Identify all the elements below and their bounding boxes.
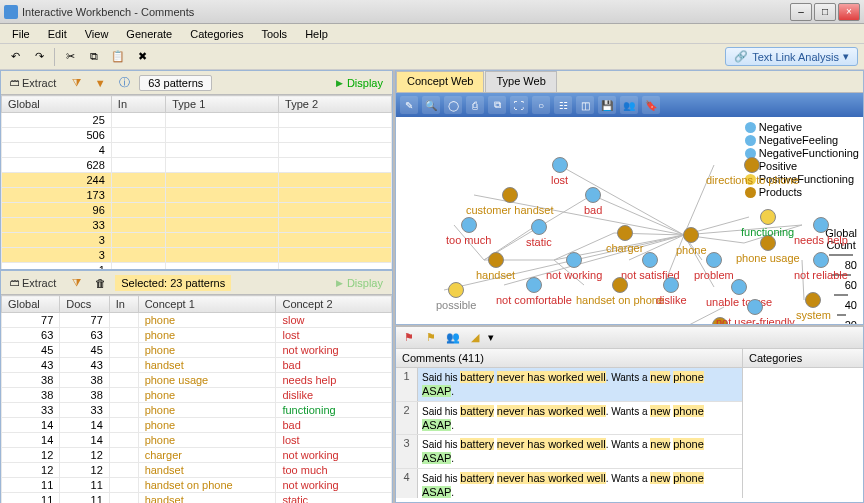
node-charger[interactable]: charger <box>606 225 643 254</box>
menu-generate[interactable]: Generate <box>118 26 180 42</box>
undo-icon[interactable]: ↶ <box>6 48 24 66</box>
node-custhand[interactable]: customer handset <box>466 187 553 216</box>
tab-concept-web[interactable]: Concept Web <box>396 71 484 92</box>
display-button[interactable]: Display <box>331 76 388 90</box>
filter-icon[interactable]: ⧩ <box>67 274 85 292</box>
redo-icon[interactable]: ↷ <box>30 48 48 66</box>
table-row[interactable]: 3838phonedislike <box>2 388 392 403</box>
node-lost[interactable]: lost <box>551 157 568 186</box>
layout1-icon[interactable]: ○ <box>532 96 550 114</box>
node-static[interactable]: static <box>526 219 552 248</box>
table-row[interactable]: 1414phonebad <box>2 418 392 433</box>
table-row[interactable]: 6363phonelost <box>2 328 392 343</box>
node-notuf[interactable]: not user-friendly <box>716 299 795 324</box>
pointer-icon[interactable]: ✎ <box>400 96 418 114</box>
table-row[interactable]: 1212handsettoo much <box>2 463 392 478</box>
paste-icon[interactable]: 📋 <box>109 48 127 66</box>
table-row[interactable]: 7777phoneslow <box>2 313 392 328</box>
node-notcomf[interactable]: not comfortable <box>496 277 572 306</box>
extract-button[interactable]: 🗃 Extract <box>5 76 61 90</box>
table-row[interactable]: 4 <box>2 143 392 158</box>
flag-yellow-icon[interactable]: ⚑ <box>422 329 440 347</box>
print-icon[interactable]: ⎙ <box>466 96 484 114</box>
cut-icon[interactable]: ✂ <box>61 48 79 66</box>
table-row[interactable]: 1111handsetstatic <box>2 493 392 504</box>
tab-type-web[interactable]: Type Web <box>485 71 556 92</box>
menu-file[interactable]: File <box>4 26 38 42</box>
copy-icon[interactable]: ⧉ <box>85 48 103 66</box>
node-dislike[interactable]: dislike <box>656 277 687 306</box>
highlight-icon[interactable]: ◢ <box>466 329 484 347</box>
fit-icon[interactable]: ⛶ <box>510 96 528 114</box>
table-row[interactable]: 1 <box>2 263 392 270</box>
comments-list[interactable]: 1Said his battery never has worked well.… <box>396 368 743 498</box>
node-notreliable[interactable]: not reliable <box>794 252 848 281</box>
graph-canvas[interactable]: NegativeNegativeFeelingNegativeFunctioni… <box>396 117 863 324</box>
comment-row[interactable]: 1Said his battery never has worked well.… <box>396 368 742 402</box>
node-handphone[interactable]: handset on phone <box>576 277 664 306</box>
people-icon[interactable]: 👥 <box>444 329 462 347</box>
patterns-panel: 🗃 Extract ⧩ ▼ ⓘ 63 patterns Display Glob… <box>0 70 393 270</box>
layout3-icon[interactable]: ◫ <box>576 96 594 114</box>
close-button[interactable]: × <box>838 3 860 21</box>
table-row[interactable]: 173 <box>2 188 392 203</box>
node-directions[interactable]: directions to phone <box>706 157 799 186</box>
table-row[interactable]: 244 <box>2 173 392 188</box>
table-row[interactable]: 4343handsetbad <box>2 358 392 373</box>
filter-icon[interactable]: ⧩ <box>67 74 85 92</box>
menu-tools[interactable]: Tools <box>253 26 295 42</box>
menu-edit[interactable]: Edit <box>40 26 75 42</box>
menu-categories[interactable]: Categories <box>182 26 251 42</box>
patterns-count: 63 patterns <box>139 75 212 91</box>
comment-row[interactable]: 3Said his battery never has worked well.… <box>396 435 742 469</box>
table-row[interactable]: 3838phone usageneeds help <box>2 373 392 388</box>
comment-row[interactable]: 4Said his battery never has worked well.… <box>396 469 742 498</box>
extract-button-2[interactable]: 🗃 Extract <box>5 276 61 290</box>
copy-graph-icon[interactable]: ⧉ <box>488 96 506 114</box>
menu-view[interactable]: View <box>77 26 117 42</box>
dropdown-arrow-icon[interactable]: ▾ <box>488 331 494 344</box>
concepts-table[interactable]: GlobalDocsInConcept 1Concept 27777phones… <box>1 295 392 503</box>
table-row[interactable]: 3 <box>2 233 392 248</box>
node-phoneusage[interactable]: phone usage <box>736 235 800 264</box>
table-row[interactable]: 3 <box>2 248 392 263</box>
display-button-2: Display <box>331 276 388 290</box>
table-row[interactable]: 96 <box>2 203 392 218</box>
patterns-table[interactable]: GlobalInType 1Type 225506462824417396333… <box>1 95 392 269</box>
table-row[interactable]: 1212chargernot working <box>2 448 392 463</box>
table-row[interactable]: 1414phonelost <box>2 433 392 448</box>
node-toomuch[interactable]: too much <box>446 217 491 246</box>
menu-help[interactable]: Help <box>297 26 336 42</box>
node-system[interactable]: system <box>796 292 831 321</box>
categories-header: Categories <box>743 349 863 367</box>
node-problem[interactable]: problem <box>694 252 734 281</box>
delete-icon[interactable]: ✖ <box>133 48 151 66</box>
table-row[interactable]: 3333phonefunctioning <box>2 403 392 418</box>
comments-header: Comments (411) <box>396 349 743 367</box>
minimize-button[interactable]: – <box>790 3 812 21</box>
tag-icon[interactable]: 🔖 <box>642 96 660 114</box>
table-row[interactable]: 4545phonenot working <box>2 343 392 358</box>
node-possible[interactable]: possible <box>436 282 476 311</box>
table-row[interactable]: 628 <box>2 158 392 173</box>
zoom-out-icon[interactable]: ◯ <box>444 96 462 114</box>
dropdown-arrow-icon: ▾ <box>843 50 849 63</box>
table-row[interactable]: 33 <box>2 218 392 233</box>
text-link-analysis-button[interactable]: 🔗 Text Link Analysis ▾ <box>725 47 858 66</box>
save-icon[interactable]: 💾 <box>598 96 616 114</box>
comment-row[interactable]: 2Said his battery never has worked well.… <box>396 402 742 436</box>
trash-icon[interactable]: 🗑 <box>91 274 109 292</box>
node-functioning[interactable]: functioning <box>741 209 794 238</box>
zoom-in-icon[interactable]: 🔍 <box>422 96 440 114</box>
funnel-icon[interactable]: ▼ <box>91 74 109 92</box>
maximize-button[interactable]: □ <box>814 3 836 21</box>
table-row[interactable]: 1111handset on phonenot working <box>2 478 392 493</box>
people-icon[interactable]: 👥 <box>620 96 638 114</box>
info-icon[interactable]: ⓘ <box>115 74 133 92</box>
node-needshelp[interactable]: needs help <box>794 217 848 246</box>
table-row[interactable]: 25 <box>2 113 392 128</box>
layout2-icon[interactable]: ☷ <box>554 96 572 114</box>
flag-red-icon[interactable]: ⚑ <box>400 329 418 347</box>
node-bad[interactable]: bad <box>584 187 602 216</box>
table-row[interactable]: 506 <box>2 128 392 143</box>
